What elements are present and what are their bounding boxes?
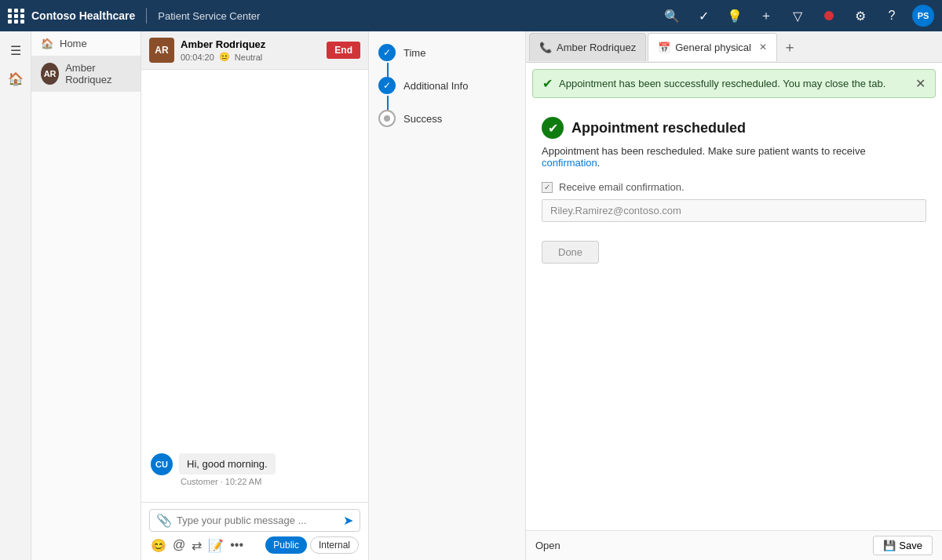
chat-toolbar: 😊 @ ⇄ 📝 ••• Public Internal	[149, 532, 360, 554]
appointment-card: ✔ Appointment rescheduled Appointment ha…	[526, 104, 942, 276]
tab-label-general: General physical	[675, 42, 751, 53]
tab-calendar-icon: 📅	[658, 42, 670, 53]
step-circle-additional: ✓	[378, 77, 396, 94]
save-button[interactable]: 💾 Save	[873, 536, 933, 555]
add-icon[interactable]: ＋	[755, 5, 777, 27]
step-circle-success	[378, 110, 396, 127]
success-banner-text: Appointment has been successfully resche…	[559, 78, 885, 89]
lightbulb-icon[interactable]: 💡	[724, 5, 746, 27]
tab-close-button[interactable]: ✕	[759, 42, 767, 53]
help-icon[interactable]: ?	[881, 5, 903, 27]
home-sidebar-icon[interactable]: 🏠	[3, 66, 28, 91]
mention-icon[interactable]: @	[173, 538, 185, 552]
step-label-success: Success	[403, 113, 442, 125]
notification-icon[interactable]	[818, 5, 840, 27]
internal-tab-button[interactable]: Internal	[310, 536, 359, 554]
tab-add-button[interactable]: ＋	[779, 36, 801, 58]
appointment-success-icon: ✔	[542, 117, 564, 139]
step-label-time: Time	[403, 47, 425, 59]
nav-item-contact[interactable]: AR Amber Rodriquez	[31, 56, 141, 92]
success-banner: ✔ Appointment has been successfully resc…	[532, 69, 936, 98]
chat-input[interactable]	[177, 515, 338, 526]
visibility-tabs: Public Internal	[265, 536, 359, 554]
message-sender-avatar: CU	[151, 453, 173, 475]
call-panel: AR Amber Rodriquez 00:04:20 😐 Neutral En…	[141, 31, 369, 560]
appointment-title-row: ✔ Appointment rescheduled	[542, 117, 926, 139]
content-spacer	[526, 276, 942, 530]
tab-bar: 📞 Amber Rodriquez 📅 General physical ✕ ＋	[526, 31, 942, 63]
attach-icon[interactable]: 📎	[156, 513, 172, 528]
end-call-button[interactable]: End	[327, 42, 360, 59]
check-icon[interactable]: ✓	[692, 5, 714, 27]
caller-name: Amber Rodriquez	[181, 38, 320, 50]
grid-icon	[8, 9, 25, 24]
workflow-step-additional: ✓ Additional Info	[378, 77, 516, 94]
checkbox-check-icon: ✓	[544, 183, 550, 191]
chat-input-area: 📎 ➤ 😊 @ ⇄ 📝 ••• Public Internal	[141, 502, 368, 560]
save-label: Save	[899, 540, 922, 551]
hamburger-menu-icon[interactable]: ☰	[3, 38, 28, 63]
filter-icon[interactable]: ▽	[787, 5, 809, 27]
message-content: Hi, good morning. Customer · 10:22 AM	[179, 453, 276, 486]
home-label: Home	[60, 38, 87, 49]
appointment-desc-link[interactable]: confirmation	[542, 157, 597, 169]
user-avatar[interactable]: PS	[912, 5, 934, 27]
call-header: AR Amber Rodriquez 00:04:20 😐 Neutral En…	[141, 31, 368, 70]
public-tab-button[interactable]: Public	[265, 536, 307, 554]
sentiment-icon: 😐	[219, 52, 230, 62]
workflow-step-success: Success	[378, 110, 516, 127]
email-confirm-checkbox[interactable]: ✓	[542, 182, 553, 193]
sentiment-label: Neutral	[235, 53, 262, 62]
nav-divider	[146, 8, 147, 24]
app-grid-button[interactable]	[8, 9, 25, 24]
contact-label: Amber Rodriquez	[65, 62, 131, 85]
done-button[interactable]: Done	[542, 241, 599, 264]
nav-item-home[interactable]: 🏠 Home	[31, 31, 141, 56]
tab-label-amber: Amber Rodriquez	[557, 42, 636, 53]
more-icon[interactable]: •••	[230, 538, 243, 552]
settings-icon[interactable]: ⚙	[849, 5, 871, 27]
home-icon: 🏠	[41, 38, 53, 49]
note-icon[interactable]: 📝	[208, 538, 224, 553]
message-text: Hi, good morning.	[179, 453, 276, 475]
send-icon[interactable]: ➤	[343, 513, 353, 528]
chat-area: CU Hi, good morning. Customer · 10:22 AM	[141, 70, 368, 502]
step-check-icon: ✓	[383, 47, 391, 58]
bottom-bar: Open 💾 Save	[526, 530, 942, 560]
tab-amber[interactable]: 📞 Amber Rodriquez	[529, 33, 646, 61]
step-circle-time: ✓	[378, 44, 396, 61]
app-name: Contoso Healthcare	[31, 9, 135, 22]
emoji-icon[interactable]: 😊	[151, 538, 166, 553]
email-confirm-label: Receive email confirmation.	[559, 181, 685, 193]
tab-general-physical[interactable]: 📅 General physical ✕	[648, 33, 777, 61]
search-icon[interactable]: 🔍	[661, 5, 683, 27]
caller-meta: 00:04:20 😐 Neutral	[181, 52, 320, 62]
call-timer: 00:04:20	[181, 53, 214, 62]
notification-badge	[824, 11, 834, 20]
email-confirm-row: ✓ Receive email confirmation.	[542, 181, 926, 193]
chat-input-row: 📎 ➤	[149, 509, 360, 532]
appointment-desc-prefix: Appointment has been rescheduled. Make s…	[542, 145, 866, 157]
banner-close-button[interactable]: ✕	[915, 76, 926, 91]
workflow-step-time: ✓ Time	[378, 44, 516, 61]
message-time: Customer · 10:22 AM	[181, 477, 276, 486]
workflow-panel: ✓ Time ✓ Additional Info Success	[369, 31, 526, 560]
save-icon: 💾	[883, 540, 896, 551]
transfer-icon[interactable]: ⇄	[192, 538, 202, 553]
appointment-desc-suffix: .	[597, 157, 601, 169]
sidebar: ☰ 🏠	[0, 31, 31, 560]
module-name: Patient Service Center	[158, 10, 260, 22]
contact-avatar: AR	[41, 63, 59, 85]
nav-panel: 🏠 Home AR Amber Rodriquez	[31, 31, 141, 560]
step-check-icon-additional: ✓	[383, 80, 391, 91]
message-item: CU Hi, good morning. Customer · 10:22 AM	[151, 453, 359, 486]
step-dot-icon	[384, 115, 390, 122]
caller-avatar: AR	[149, 38, 174, 63]
nav-icons: 🔍 ✓ 💡 ＋ ▽ ⚙ ? PS	[661, 5, 934, 27]
success-icon: ✔	[542, 76, 553, 91]
caller-info: Amber Rodriquez 00:04:20 😐 Neutral	[181, 38, 320, 62]
appointment-description: Appointment has been rescheduled. Make s…	[542, 145, 926, 169]
step-label-additional: Additional Info	[403, 80, 468, 92]
email-input[interactable]	[542, 199, 926, 222]
top-navigation: Contoso Healthcare Patient Service Cente…	[0, 0, 942, 31]
